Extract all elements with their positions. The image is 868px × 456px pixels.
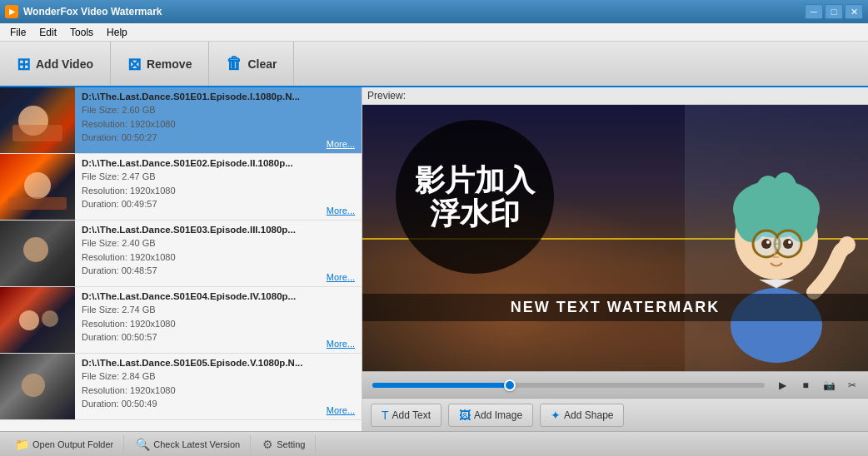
file-thumbnail <box>0 287 75 353</box>
remove-icon: ⊠ <box>127 54 142 74</box>
file-info: D:\.\The.Last.Dance.S01E02.Episode.II.10… <box>75 154 320 220</box>
toolbar: ⊞ Add Video ⊠ Remove 🗑 Clear <box>0 42 868 87</box>
add-shape-icon: ✦ <box>551 409 561 422</box>
add-image-label: Add Image <box>474 409 522 421</box>
svg-rect-3 <box>8 197 67 210</box>
maximize-button[interactable]: □ <box>825 4 843 19</box>
add-shape-button[interactable]: ✦ Add Shape <box>540 404 624 427</box>
svg-point-23 <box>788 240 791 244</box>
svg-point-6 <box>42 310 58 327</box>
file-thumbnail <box>0 221 75 286</box>
file-more: More... <box>320 221 362 286</box>
more-link[interactable]: More... <box>327 272 355 282</box>
menu-help[interactable]: Help <box>100 25 134 40</box>
remove-label: Remove <box>147 57 192 71</box>
file-more: More... <box>320 87 362 153</box>
file-meta: File Size: 2.60 GB Resolution: 1920x1080… <box>82 103 313 145</box>
watermark-tools: T Add Text 🖼 Add Image ✦ Add Shape <box>362 398 868 431</box>
add-text-button[interactable]: T Add Text <box>371 404 441 427</box>
add-text-label: Add Text <box>392 409 431 421</box>
svg-point-4 <box>23 237 48 262</box>
thumb-figure <box>4 229 71 279</box>
clear-label: Clear <box>247 57 277 71</box>
gear-icon: ⚙ <box>262 438 273 451</box>
preview-panel: Preview: 影片加入 浮水印 NEW TEXT WATERMARK <box>362 87 868 431</box>
file-thumbnail <box>0 154 75 220</box>
app-icon: ▶ <box>5 5 18 18</box>
main-content: D:\.\The.Last.Dance.S01E01.Episode.I.108… <box>0 87 868 431</box>
folder-icon: 📁 <box>15 438 29 451</box>
svg-point-21 <box>783 239 793 249</box>
add-image-button[interactable]: 🖼 Add Image <box>448 404 533 427</box>
menu-file[interactable]: File <box>3 25 32 40</box>
clear-button[interactable]: 🗑 Clear <box>209 42 294 86</box>
character-svg <box>685 105 868 371</box>
list-item[interactable]: D:\.\The.Last.Dance.S01E05.Episode.V.108… <box>0 354 362 420</box>
file-more: More... <box>320 154 362 220</box>
svg-point-20 <box>761 239 771 249</box>
clear-icon: 🗑 <box>226 54 242 73</box>
app-title: WonderFox Video Watermark <box>23 6 162 17</box>
file-meta: File Size: 2.74 GB Resolution: 1920x1080… <box>82 303 313 344</box>
status-bar: 📁 Open Output Folder 🔍 Check Latest Vers… <box>0 431 868 456</box>
more-link[interactable]: More... <box>327 339 355 349</box>
svg-point-24 <box>839 236 856 253</box>
file-more: More... <box>320 354 362 419</box>
window-controls: ─ □ ✕ <box>805 4 863 19</box>
open-folder-label: Open Output Folder <box>32 439 113 449</box>
close-button[interactable]: ✕ <box>845 4 863 19</box>
list-item[interactable]: D:\.\The.Last.Dance.S01E03.Episode.III.1… <box>0 221 362 287</box>
setting-button[interactable]: ⚙ Setting <box>252 435 316 454</box>
file-info: D:\.\The.Last.Dance.S01E01.Episode.I.108… <box>75 87 320 153</box>
svg-point-2 <box>24 172 51 199</box>
thumb-figure <box>4 362 71 412</box>
progress-bar[interactable] <box>372 383 765 388</box>
add-text-icon: T <box>382 409 389 422</box>
character-illustration <box>685 105 868 371</box>
preview-video-area: 影片加入 浮水印 NEW TEXT WATERMARK <box>362 105 868 371</box>
file-info: D:\.\The.Last.Dance.S01E03.Episode.III.1… <box>75 221 320 286</box>
add-video-label: Add Video <box>36 57 93 71</box>
progress-thumb[interactable] <box>504 379 516 391</box>
menu-tools[interactable]: Tools <box>63 25 100 40</box>
setting-label: Setting <box>277 439 305 449</box>
menu-bar: File Edit Tools Help <box>0 23 868 42</box>
more-link[interactable]: More... <box>327 139 355 149</box>
remove-button[interactable]: ⊠ Remove <box>111 42 209 86</box>
thumb-figure <box>4 295 71 345</box>
add-video-button[interactable]: ⊞ Add Video <box>0 42 111 86</box>
file-list[interactable]: D:\.\The.Last.Dance.S01E01.Episode.I.108… <box>0 87 362 431</box>
file-thumbnail <box>0 87 75 153</box>
camera-button[interactable]: 📷 <box>820 376 838 394</box>
title-bar: ▶ WonderFox Video Watermark ─ □ ✕ <box>0 0 868 23</box>
player-controls: ▶ ■ 📷 ✂ <box>362 371 868 398</box>
file-thumbnail <box>0 354 75 419</box>
stop-button[interactable]: ■ <box>796 376 815 394</box>
more-link[interactable]: More... <box>327 206 355 216</box>
scissors-button[interactable]: ✂ <box>843 376 861 394</box>
add-video-icon: ⊞ <box>17 54 31 74</box>
text-watermark-label: NEW TEXT WATERMARK <box>511 299 721 315</box>
play-button[interactable]: ▶ <box>773 376 791 394</box>
svg-rect-1 <box>12 125 62 141</box>
list-item[interactable]: D:\.\The.Last.Dance.S01E01.Episode.I.108… <box>0 87 362 154</box>
file-more: More... <box>320 287 362 353</box>
search-icon: 🔍 <box>136 438 150 451</box>
more-link[interactable]: More... <box>327 405 355 415</box>
file-name: D:\.\The.Last.Dance.S01E03.Episode.III.1… <box>82 225 313 235</box>
text-watermark-bar[interactable]: NEW TEXT WATERMARK <box>362 294 868 321</box>
file-name: D:\.\The.Last.Dance.S01E05.Episode.V.108… <box>82 358 313 368</box>
file-meta: File Size: 2.40 GB Resolution: 1920x1080… <box>82 236 313 278</box>
chinese-watermark-circle[interactable]: 影片加入 浮水印 <box>396 120 554 274</box>
open-folder-button[interactable]: 📁 Open Output Folder <box>5 435 124 454</box>
check-version-button[interactable]: 🔍 Check Latest Version <box>126 435 251 454</box>
menu-edit[interactable]: Edit <box>32 25 63 40</box>
file-meta: File Size: 2.84 GB Resolution: 1920x1080… <box>82 369 313 411</box>
list-item[interactable]: D:\.\The.Last.Dance.S01E04.Episode.IV.10… <box>0 287 362 354</box>
progress-fill <box>372 383 510 388</box>
minimize-button[interactable]: ─ <box>805 4 823 19</box>
chinese-text-line2: 浮水印 <box>430 197 520 230</box>
list-item[interactable]: D:\.\The.Last.Dance.S01E02.Episode.II.10… <box>0 154 362 221</box>
thumb-figure <box>4 96 71 146</box>
svg-point-7 <box>22 374 45 397</box>
